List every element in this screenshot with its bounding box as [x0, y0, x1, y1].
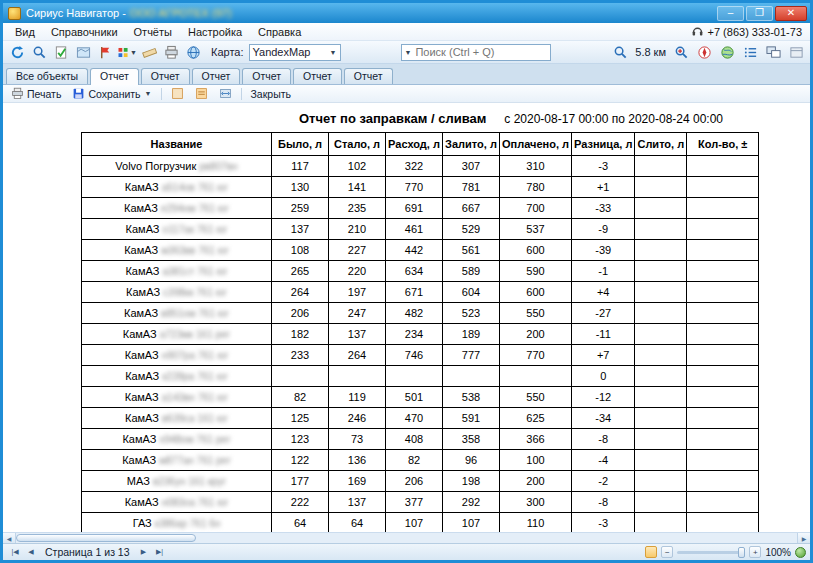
fit-page-button[interactable]: [645, 546, 657, 558]
vehicle-name-cell: Volvo Погрузчик рв807вн: [82, 156, 272, 177]
table-row: Volvo Погрузчик рв807вн117102322307310-3: [82, 156, 759, 177]
minimize-button[interactable]: –: [717, 6, 744, 21]
value-cell: 197: [329, 282, 386, 303]
palette-button[interactable]: ▼: [117, 43, 137, 62]
world-button[interactable]: [717, 43, 737, 62]
app-icon: [8, 7, 21, 20]
first-page-button[interactable]: |◀: [7, 545, 23, 559]
vehicle-name: КамАЗ: [124, 202, 161, 214]
next-page-button[interactable]: ▶: [136, 545, 152, 559]
tab-report-5[interactable]: Отчет: [293, 68, 342, 84]
save-button[interactable]: Сохранить ▼: [68, 86, 155, 101]
vehicle-name: КамАЗ: [124, 307, 161, 319]
print-button[interactable]: Печать: [7, 86, 65, 101]
tab-report-active[interactable]: Отчет: [90, 68, 139, 85]
value-cell: 96: [443, 450, 500, 471]
table-row: КамАЗ о117ак 761 юг137210461529537-9: [82, 219, 759, 240]
page-setup-icon: [195, 87, 208, 100]
value-cell: 358: [443, 429, 500, 450]
value-cell: 590: [500, 261, 572, 282]
vehicle-plate-redacted: к386ар 761 6н: [155, 518, 221, 529]
map-panel-button[interactable]: [786, 43, 806, 62]
zoom-in-button[interactable]: [671, 43, 691, 62]
tab-report-3[interactable]: Отчет: [192, 68, 241, 84]
value-cell: 264: [272, 282, 329, 303]
status-orb-icon[interactable]: [795, 547, 806, 558]
value-cell: 137: [272, 219, 329, 240]
value-cell: [687, 198, 759, 219]
zoom-slider-thumb[interactable]: [738, 547, 745, 558]
window-controls: – ❐ ✕: [715, 6, 807, 21]
map-provider-select[interactable]: YandexMap ▼: [249, 44, 341, 61]
search-box[interactable]: ▼: [401, 44, 551, 61]
zoom-in-mini-button[interactable]: +: [749, 546, 761, 558]
search-map-button[interactable]: [29, 43, 49, 62]
search-input[interactable]: [415, 46, 557, 58]
compass-button[interactable]: [694, 43, 714, 62]
scroll-left-icon[interactable]: ◀: [3, 533, 16, 543]
support-phone: +7 (863) 333-01-73: [708, 26, 802, 38]
menu-nastroyka[interactable]: Настройка: [180, 25, 250, 39]
value-cell: 470: [386, 408, 443, 429]
value-cell: -1: [572, 261, 635, 282]
tabbar: Все объекты Отчет Отчет Отчет Отчет Отче…: [3, 64, 810, 85]
table-row: КамАЗ к228ра 761 юг0: [82, 366, 759, 387]
value-cell: [500, 366, 572, 387]
scale-button[interactable]: [610, 43, 630, 62]
print-map-button[interactable]: [161, 43, 181, 62]
page-indicator: Страница 1 из 13: [45, 546, 130, 558]
zoom-slider[interactable]: [677, 551, 745, 554]
flag-button[interactable]: [95, 43, 115, 62]
value-cell: 442: [386, 240, 443, 261]
table-row: КамАЗ м363вв 761 юг108227442561600-39: [82, 240, 759, 261]
value-cell: 123: [272, 429, 329, 450]
print-label: Печать: [27, 88, 61, 100]
value-cell: -8: [572, 492, 635, 513]
value-cell: 136: [329, 450, 386, 471]
value-cell: 259: [272, 198, 329, 219]
page-color-button[interactable]: [167, 86, 188, 101]
main-toolbar: ▼ Карта: YandexMap ▼: [3, 41, 810, 64]
value-cell: 73: [329, 429, 386, 450]
close-report-button[interactable]: Закрыть: [247, 87, 295, 101]
value-cell: 182: [272, 324, 329, 345]
value-cell: 523: [443, 303, 500, 324]
page-setup-button[interactable]: [191, 86, 212, 101]
last-page-button[interactable]: ▶|: [152, 545, 168, 559]
value-cell: [687, 387, 759, 408]
fit-width-button[interactable]: [215, 86, 236, 101]
menu-vid[interactable]: Вид: [7, 25, 43, 39]
geozones-button[interactable]: [51, 43, 71, 62]
refresh-button[interactable]: [7, 43, 27, 62]
tab-report-2[interactable]: Отчет: [141, 68, 190, 84]
close-button[interactable]: ✕: [775, 6, 807, 21]
map-select-button[interactable]: [73, 43, 93, 62]
save-dropdown-arrow[interactable]: ▼: [145, 90, 152, 97]
ruler-button[interactable]: [139, 43, 159, 62]
menu-spravka[interactable]: Справка: [250, 25, 309, 39]
scroll-track[interactable]: [16, 533, 797, 543]
object-list-button[interactable]: [740, 43, 760, 62]
value-cell: 265: [272, 261, 329, 282]
globe-button[interactable]: [183, 43, 203, 62]
tab-all-objects[interactable]: Все объекты: [6, 68, 88, 84]
value-cell: 366: [500, 429, 572, 450]
tab-report-6[interactable]: Отчет: [344, 68, 393, 84]
search-dropdown-icon[interactable]: ▼: [405, 49, 412, 56]
prev-page-button[interactable]: ◀: [23, 545, 39, 559]
map-panel-icon: [789, 45, 804, 60]
value-cell: 169: [329, 471, 386, 492]
scroll-thumb[interactable]: [16, 534, 196, 542]
menu-otchety[interactable]: Отчёты: [126, 25, 180, 39]
zoom-out-button[interactable]: −: [661, 546, 673, 558]
search-icon: [32, 45, 47, 60]
scroll-right-icon[interactable]: ▶: [797, 533, 810, 543]
maximize-button[interactable]: ❐: [746, 6, 773, 21]
vehicle-name: КамАЗ: [125, 181, 162, 193]
report-header: Отчет по заправкам / сливам с 2020-08-17…: [299, 111, 810, 126]
split-view-button[interactable]: [763, 43, 783, 62]
menu-spravochniki[interactable]: Справочники: [43, 25, 126, 39]
tab-report-4[interactable]: Отчет: [242, 68, 291, 84]
table-row: КамАЗ а143вн 761 юг82119501538550-12: [82, 387, 759, 408]
horizontal-scrollbar[interactable]: ◀ ▶: [3, 532, 810, 543]
